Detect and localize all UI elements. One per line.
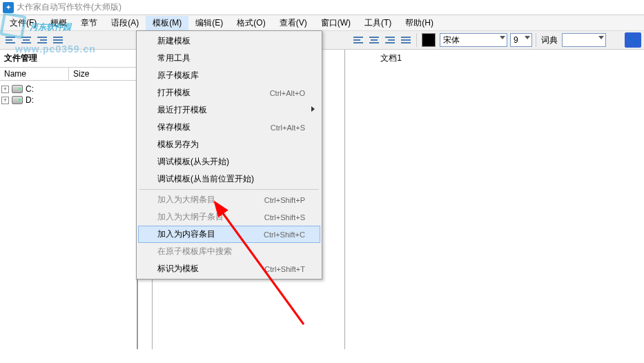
size-value: 9 (514, 35, 518, 45)
align-btn-4-icon[interactable] (398, 32, 413, 48)
menu-template[interactable]: 模板(M) (146, 16, 188, 30)
align-justify-icon[interactable] (50, 32, 66, 48)
menu-mark-template[interactable]: 标识为模板Ctrl+Shift+T (138, 260, 320, 277)
tree-item-d[interactable]: + D: (1, 95, 135, 106)
font-select[interactable]: 宋体 (440, 33, 507, 47)
window-title: 大作家自动写作软件(大师版) (17, 1, 121, 13)
col-size[interactable]: Size (69, 68, 93, 80)
align-right-icon[interactable] (35, 32, 50, 48)
menu-debug-current[interactable]: 调试模板(从当前位置开始) (138, 170, 320, 188)
template-dropdown: 新建模板 常用工具 原子模板库 打开模板Ctrl+Alt+O 最近打开模板 保存… (136, 30, 322, 279)
chevron-down-icon (500, 36, 505, 39)
menu-search-atom: 在原子模板库中搜索 (138, 243, 320, 260)
col-name[interactable]: Name (0, 68, 69, 80)
menu-recent-templates[interactable]: 最近打开模板 (138, 101, 320, 119)
menu-view[interactable]: 查看(V) (273, 16, 314, 30)
dict-label: 词典 (541, 35, 558, 46)
drive-label: D: (26, 95, 34, 105)
file-columns: Name Size (0, 68, 137, 81)
paw-button[interactable]: 🐾 (625, 32, 641, 48)
dict-select[interactable] (562, 33, 606, 47)
menu-format[interactable]: 格式(O) (230, 16, 272, 30)
menu-outline[interactable]: 梗概 (43, 16, 74, 30)
menu-edit[interactable]: 编辑(E) (188, 16, 230, 30)
menu-new-template[interactable]: 新建模板 (138, 32, 320, 50)
file-manager-panel: 文件管理 Name Size + C: + D: (0, 50, 138, 349)
drive-label: C: (26, 84, 34, 94)
drive-icon (12, 96, 23, 104)
app-icon: ✦ (3, 2, 14, 13)
menu-window[interactable]: 窗口(W) (314, 16, 358, 30)
menu-save-template[interactable]: 保存模板Ctrl+Alt+S (138, 119, 320, 136)
color-picker[interactable] (422, 33, 436, 47)
font-value: 宋体 (443, 35, 460, 46)
menu-debug-start[interactable]: 调试模板(从头开始) (138, 153, 320, 170)
align-btn-1-icon[interactable] (351, 32, 366, 48)
menu-atom-lib[interactable]: 原子模板库 (138, 67, 320, 84)
align-center-icon[interactable] (19, 32, 34, 48)
title-bar: ✦ 大作家自动写作软件(大师版) (0, 0, 644, 15)
chevron-down-icon (598, 36, 604, 39)
align-btn-2-icon[interactable] (367, 32, 382, 48)
toolbar-separator (536, 33, 536, 47)
menu-save-as[interactable]: 模板另存为 (138, 136, 320, 153)
menu-add-outline: 加入为大纲条目Ctrl+Shift+P (138, 191, 320, 208)
align-btn-3-icon[interactable] (382, 32, 398, 48)
expand-icon[interactable]: + (1, 97, 9, 104)
tree-item-c[interactable]: + C: (1, 84, 135, 95)
menu-common-tools[interactable]: 常用工具 (138, 50, 320, 67)
menu-separator (139, 189, 319, 190)
file-panel-title: 文件管理 (0, 50, 137, 68)
file-tree: + C: + D: (0, 81, 137, 108)
menu-segment[interactable]: 语段(A) (104, 16, 146, 30)
menu-file[interactable]: 文件(F) (3, 16, 43, 30)
menu-open-template[interactable]: 打开模板Ctrl+Alt+O (138, 84, 320, 101)
expand-icon[interactable]: + (1, 86, 9, 93)
submenu-arrow-icon (311, 106, 315, 112)
toolbar-separator (416, 33, 417, 47)
align-left-icon[interactable] (3, 32, 18, 48)
menu-add-sub-outline: 加入为大纲子条目Ctrl+Shift+S (138, 208, 320, 226)
menu-bar: 文件(F) 梗概 章节 语段(A) 模板(M) 编辑(E) 格式(O) 查看(V… (0, 15, 644, 30)
menu-chapter[interactable]: 章节 (74, 16, 104, 30)
drive-icon (12, 85, 23, 93)
menu-add-content[interactable]: 加入为内容条目Ctrl+Shift+C (138, 226, 320, 243)
chevron-down-icon (525, 36, 530, 39)
font-size-select[interactable]: 9 (510, 33, 532, 47)
menu-tool[interactable]: 工具(T) (358, 16, 398, 30)
menu-help[interactable]: 帮助(H) (398, 16, 440, 30)
